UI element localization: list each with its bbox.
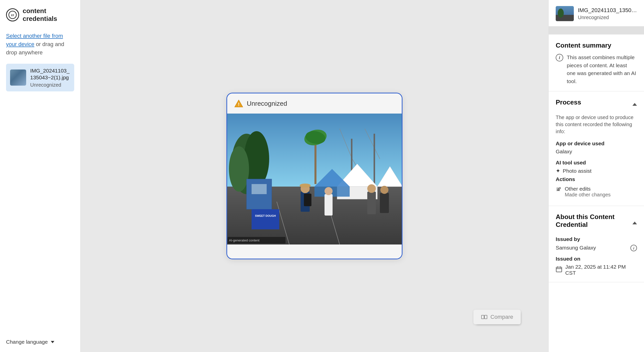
app-device-value: Galaxy <box>556 149 637 155</box>
unrecognized-label: Unrecognized <box>247 100 287 108</box>
file-status: Unrecognized <box>30 82 70 88</box>
edit-icon <box>556 186 562 194</box>
issued-info-icon[interactable]: i <box>630 245 637 251</box>
summary-text: This asset combines multiple pieces of c… <box>567 53 637 85</box>
svg-rect-32 <box>304 194 311 206</box>
chevron-down-icon <box>51 341 54 343</box>
image-scene-svg: SWEET DOUGH AI-genera <box>227 114 402 244</box>
actions-title: Actions <box>556 176 637 182</box>
svg-rect-37 <box>380 193 389 213</box>
svg-rect-16 <box>314 139 316 184</box>
action-item: Other edits Made other changes <box>556 186 637 198</box>
file-thumbnail <box>10 69 26 86</box>
about-title: About this Content Credential <box>556 213 632 229</box>
svg-point-38 <box>380 186 388 194</box>
file-info: IMG_20241103_135043~2(1).jpg Unrecognize… <box>30 67 70 88</box>
sidebar-bottom: Change language <box>6 339 74 345</box>
ai-tool-row: ✦ Photo assist <box>556 168 637 174</box>
file-item[interactable]: IMG_20241103_135043~2(1).jpg Unrecognize… <box>6 64 74 91</box>
about-chevron-icon[interactable] <box>632 222 637 224</box>
logo: cr content credentials <box>6 7 74 23</box>
process-title: Process <box>556 98 581 106</box>
svg-text:!: ! <box>238 102 239 107</box>
svg-text:AI-generated content: AI-generated content <box>229 238 260 242</box>
warning-icon: ! <box>234 99 243 108</box>
ai-tool-name: Photo assist <box>563 168 591 174</box>
image-card-footer <box>227 244 402 259</box>
summary-info: i This asset combines multiple pieces of… <box>556 53 637 85</box>
action-info: Other edits Made other changes <box>565 186 611 198</box>
action-desc: Made other changes <box>565 192 611 198</box>
sparkle-icon: ✦ <box>556 168 560 174</box>
content-summary-title: Content summary <box>556 42 637 49</box>
panel-header: IMG_20241103_13504... Unrecognized <box>549 0 644 26</box>
issued-by-label: Issued by <box>556 236 637 242</box>
svg-point-15 <box>229 146 249 192</box>
svg-point-36 <box>367 184 376 193</box>
app-device-label: App or device used <box>556 140 637 147</box>
action-name: Other edits <box>565 186 611 192</box>
svg-rect-41 <box>481 315 484 319</box>
issued-date-row: Jan 22, 2025 at 11:42 PM CST <box>556 264 637 276</box>
panel-file-name: IMG_20241103_13504... <box>578 7 637 14</box>
compare-icon <box>481 314 488 320</box>
file-name: IMG_20241103_135043~2(1).jpg <box>30 67 70 81</box>
panel-file-status: Unrecognized <box>578 15 637 20</box>
about-header-row: About this Content Credential <box>556 213 637 233</box>
issued-on-label: Issued on <box>556 256 637 262</box>
svg-rect-26 <box>252 209 279 229</box>
process-chevron-icon[interactable] <box>632 103 637 106</box>
svg-rect-42 <box>485 315 487 319</box>
change-language-button[interactable]: Change language <box>6 339 74 345</box>
svg-rect-12 <box>374 134 375 189</box>
image-area: SWEET DOUGH AI-genera <box>227 114 402 244</box>
about-section: About this Content Credential Issued by … <box>549 206 644 282</box>
svg-text:cr: cr <box>11 13 14 17</box>
panel-file-info: IMG_20241103_13504... Unrecognized <box>578 7 637 20</box>
svg-point-46 <box>558 9 564 18</box>
issued-by-row: Samsung Galaxy i <box>556 244 637 251</box>
content-summary-section: Content summary i This asset combines mu… <box>549 34 644 91</box>
process-section: Process The app or device used to produc… <box>549 91 644 206</box>
image-card-header: ! Unrecognized <box>227 93 402 114</box>
logo-icon: cr <box>6 8 19 21</box>
svg-rect-25 <box>252 184 267 194</box>
issued-by-value: Samsung Galaxy <box>556 245 596 251</box>
svg-rect-31 <box>302 184 309 188</box>
image-card: ! Unrecognized <box>226 93 403 259</box>
actions-section: Actions Other edits Made other changes <box>556 176 637 198</box>
svg-rect-50 <box>556 267 562 272</box>
main-content: ! Unrecognized <box>80 0 548 352</box>
compare-button[interactable]: Compare <box>473 310 521 324</box>
panel-scroll-area <box>549 26 644 34</box>
issued-on-section: Issued on Jan 22, 2025 at 11:42 PM CST <box>556 256 637 276</box>
calendar-icon <box>556 266 562 274</box>
svg-rect-35 <box>367 192 376 214</box>
svg-point-34 <box>325 187 333 195</box>
issued-date-value: Jan 22, 2025 at 11:42 PM CST <box>565 264 637 276</box>
sidebar: cr content credentials Select another fi… <box>0 0 80 352</box>
select-file-text: Select another file from your device or … <box>6 32 74 57</box>
panel-thumbnail <box>556 6 574 21</box>
svg-text:SWEET DOUGH: SWEET DOUGH <box>255 214 276 217</box>
logo-text: content credentials <box>23 7 74 23</box>
svg-rect-33 <box>325 194 333 216</box>
info-icon: i <box>556 54 563 61</box>
process-header-row: Process <box>556 98 637 110</box>
right-panel: IMG_20241103_13504... Unrecognized Conte… <box>548 0 644 352</box>
ai-tool-label: AI tool used <box>556 160 637 166</box>
process-desc: The app or device used to produce this c… <box>556 114 637 135</box>
